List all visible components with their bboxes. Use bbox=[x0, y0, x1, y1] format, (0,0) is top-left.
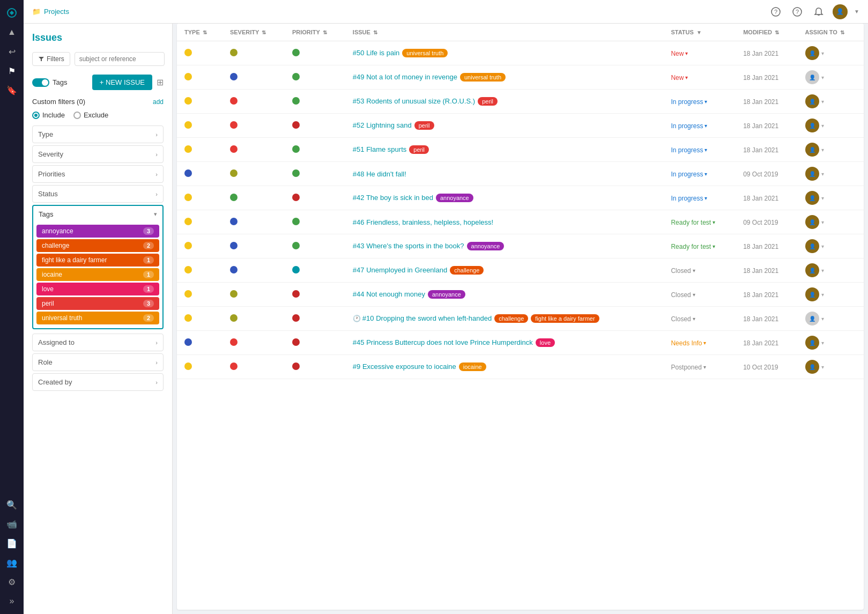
status-badge[interactable]: In progress ▾ bbox=[671, 98, 707, 106]
status-badge[interactable]: Needs Info ▾ bbox=[671, 339, 706, 347]
tag-iocaine[interactable]: iocaine 1 bbox=[36, 268, 159, 281]
assigned-to-filter-section[interactable]: Assigned to › bbox=[32, 334, 164, 351]
col-assign-to[interactable]: ASSIGN TO ⇅ bbox=[798, 24, 864, 41]
tag-annoyance[interactable]: annoyance 3 bbox=[36, 225, 159, 238]
issue-link[interactable]: #9 Excessive exposure to iocaine bbox=[353, 363, 456, 371]
project-breadcrumb[interactable]: 📁 Projects bbox=[32, 8, 69, 16]
nav-video-icon[interactable]: 📹 bbox=[3, 515, 20, 532]
type-filter-header[interactable]: Type › bbox=[33, 126, 163, 143]
assigned-to-filter-header[interactable]: Assigned to › bbox=[33, 334, 163, 351]
status-badge[interactable]: In progress ▾ bbox=[671, 171, 707, 178]
col-status[interactable]: STATUS ▼ bbox=[663, 24, 736, 41]
assign-chevron-icon[interactable]: ▾ bbox=[821, 243, 824, 249]
severity-filter-header[interactable]: Severity › bbox=[33, 146, 163, 162]
status-badge[interactable]: Closed ▾ bbox=[671, 267, 695, 275]
issue-link[interactable]: #53 Rodents of unusual size (R.O.U.S.) bbox=[353, 97, 475, 105]
status-badge[interactable]: In progress ▾ bbox=[671, 122, 707, 130]
tag-fight-like-dairy-farmer[interactable]: fight like a dairy farmer 1 bbox=[36, 254, 159, 267]
user-avatar[interactable]: 👤 bbox=[833, 4, 848, 19]
issue-link[interactable]: #48 He didn't fall! bbox=[353, 170, 406, 178]
role-filter-section[interactable]: Role › bbox=[32, 353, 164, 371]
nav-search-icon[interactable]: 🔍 bbox=[3, 496, 20, 513]
nav-issues-icon[interactable]: ⚑ bbox=[3, 62, 20, 79]
assign-avatar[interactable]: 👤 bbox=[805, 360, 819, 374]
help-icon[interactable]: ? bbox=[790, 4, 805, 19]
assign-chevron-icon[interactable]: ▾ bbox=[821, 219, 824, 225]
assign-avatar[interactable]: 👤 bbox=[805, 119, 819, 132]
nav-wiki-icon[interactable]: 📄 bbox=[3, 535, 20, 552]
nav-back-icon[interactable]: ↩ bbox=[3, 43, 20, 60]
assign-avatar[interactable]: 👤 bbox=[805, 215, 819, 229]
tag-peril[interactable]: peril 3 bbox=[36, 297, 159, 310]
assign-chevron-icon[interactable]: ▾ bbox=[821, 99, 824, 105]
assign-chevron-icon[interactable]: ▾ bbox=[821, 50, 824, 56]
issue-link[interactable]: #10 Dropping the sword when left-handed bbox=[362, 314, 492, 322]
tags-filter-header[interactable]: Tags ▾ bbox=[33, 206, 162, 223]
status-filter-section[interactable]: Status › bbox=[32, 185, 164, 203]
issue-link[interactable]: #42 The boy is sick in bed bbox=[353, 194, 433, 202]
assign-avatar[interactable]: 👤 bbox=[805, 167, 819, 181]
tag-universal-truth[interactable]: universal truth 2 bbox=[36, 312, 159, 324]
assign-chevron-icon[interactable]: ▾ bbox=[821, 123, 824, 129]
status-badge[interactable]: Ready for test ▾ bbox=[671, 219, 715, 226]
col-severity[interactable]: SEVERITY ⇅ bbox=[222, 24, 285, 41]
assign-chevron-icon[interactable]: ▾ bbox=[821, 292, 824, 298]
tag-love[interactable]: love 1 bbox=[36, 283, 159, 295]
status-badge[interactable]: Closed ▾ bbox=[671, 291, 695, 299]
assign-avatar[interactable]: 👤 bbox=[805, 70, 819, 84]
status-badge[interactable]: New ▾ bbox=[671, 74, 688, 82]
priorities-filter-section[interactable]: Priorities › bbox=[32, 165, 164, 183]
assign-avatar[interactable]: 👤 bbox=[805, 143, 819, 157]
priorities-filter-header[interactable]: Priorities › bbox=[33, 166, 163, 182]
issue-link[interactable]: #51 Flame spurts bbox=[353, 145, 406, 153]
search-input[interactable] bbox=[75, 52, 165, 66]
add-filter-link[interactable]: add bbox=[153, 98, 164, 106]
filters-button[interactable]: Filters bbox=[32, 52, 70, 66]
tags-toggle[interactable]: Tags bbox=[32, 78, 67, 87]
exclude-option[interactable]: Exclude bbox=[73, 111, 108, 119]
status-badge[interactable]: New ▾ bbox=[671, 50, 688, 57]
role-filter-header[interactable]: Role › bbox=[33, 354, 163, 371]
toggle-switch[interactable] bbox=[32, 78, 49, 87]
nav-settings-icon[interactable]: ⚙ bbox=[3, 573, 20, 590]
issue-link[interactable]: #44 Not enough money bbox=[353, 290, 425, 298]
assign-chevron-icon[interactable]: ▾ bbox=[821, 340, 824, 346]
created-by-filter-header[interactable]: Created by › bbox=[33, 374, 163, 390]
assign-avatar[interactable]: 👤 bbox=[805, 239, 819, 253]
issue-link[interactable]: #43 Where's the sports in the book? bbox=[353, 242, 464, 250]
filter-config-icon[interactable]: ⊞ bbox=[157, 77, 164, 87]
assign-chevron-icon[interactable]: ▾ bbox=[821, 171, 824, 177]
nav-team-icon[interactable]: 👥 bbox=[3, 554, 20, 571]
issue-link[interactable]: #46 Friendless, brainless, helpless, hop… bbox=[353, 218, 493, 226]
nav-triangle-icon[interactable]: ▲ bbox=[3, 24, 20, 41]
assign-avatar[interactable]: 👤 bbox=[805, 191, 819, 205]
assign-avatar[interactable]: 👤 bbox=[805, 287, 819, 301]
status-badge[interactable]: In progress ▾ bbox=[671, 146, 707, 154]
tag-challenge[interactable]: challenge 2 bbox=[36, 239, 159, 252]
assign-chevron-icon[interactable]: ▾ bbox=[821, 268, 824, 273]
nav-expand-icon[interactable]: » bbox=[3, 593, 20, 610]
assign-chevron-icon[interactable]: ▾ bbox=[821, 147, 824, 153]
status-badge[interactable]: In progress ▾ bbox=[671, 195, 707, 202]
user-chevron[interactable]: ▼ bbox=[854, 9, 859, 14]
assign-avatar[interactable]: 👤 bbox=[805, 46, 819, 60]
include-radio[interactable] bbox=[32, 112, 40, 119]
issue-link[interactable]: #49 Not a lot of money in revenge bbox=[353, 73, 457, 81]
assign-avatar[interactable]: 👤 bbox=[805, 94, 819, 108]
type-filter-section[interactable]: Type › bbox=[32, 125, 164, 143]
severity-filter-section[interactable]: Severity › bbox=[32, 145, 164, 163]
help-circle-icon[interactable]: ? bbox=[768, 4, 783, 19]
col-type[interactable]: TYPE ⇅ bbox=[177, 24, 222, 41]
col-issue[interactable]: ISSUE ⇅ bbox=[345, 24, 664, 41]
status-filter-header[interactable]: Status › bbox=[33, 186, 163, 202]
exclude-radio[interactable] bbox=[73, 112, 81, 119]
status-badge[interactable]: Ready for test ▾ bbox=[671, 243, 715, 250]
assign-chevron-icon[interactable]: ▾ bbox=[821, 316, 824, 322]
bell-icon[interactable] bbox=[811, 4, 826, 19]
status-badge[interactable]: Postponed ▾ bbox=[671, 364, 706, 371]
assign-avatar[interactable]: 👤 bbox=[805, 312, 819, 326]
issue-link[interactable]: #50 Life is pain bbox=[353, 49, 399, 57]
assign-chevron-icon[interactable]: ▾ bbox=[821, 75, 824, 80]
col-priority[interactable]: PRIORITY ⇅ bbox=[285, 24, 345, 41]
assign-avatar[interactable]: 👤 bbox=[805, 263, 819, 277]
